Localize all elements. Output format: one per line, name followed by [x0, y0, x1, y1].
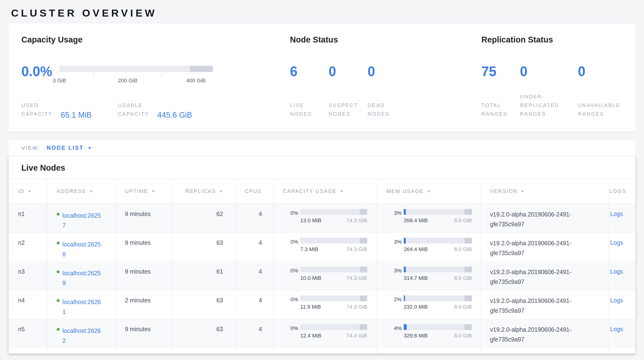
live-nodes-stat: 6 LIVE NODES — [290, 64, 328, 118]
memory-total-value: 8.0 GiB — [454, 332, 472, 339]
replication-status-section: Replication Status 75 TOTAL RANGES 0 UND… — [481, 35, 623, 132]
logs-link[interactable]: Logs — [610, 211, 623, 218]
usable-capacity-stat: USABLE CAPACITY 445.6 GiB — [118, 100, 192, 118]
node-replicas-cell: 63 — [172, 290, 235, 319]
gauge-tick-label: 0 GiB — [53, 77, 66, 84]
node-version-cell: v19.2.0-alpha.20190606-2491-gfe735c9a97 — [480, 233, 609, 261]
mem-bar-fill — [404, 324, 406, 330]
column-header-replicas[interactable]: REPLICAS▼ — [172, 179, 235, 204]
dead-nodes-label: DEAD NODES — [368, 101, 397, 119]
sort-desc-icon: ▼ — [340, 189, 345, 194]
sort-desc-icon: ▼ — [151, 189, 156, 194]
mem-usage-bar — [404, 238, 472, 244]
view-selector-bar: VIEW: NODE LIST ▼ — [8, 140, 636, 156]
node-version-cell: v19.2.0-alpha.20190606-2491-gfe735c9a97 — [480, 262, 609, 290]
memory-used-value: 232.0 MiB — [404, 303, 428, 310]
sort-desc-icon: ▼ — [89, 189, 94, 194]
node-memory-cell: 4% 329.6 MiB 8.0 GiB — [377, 319, 480, 347]
logs-link[interactable]: Logs — [610, 326, 623, 333]
column-header-version[interactable]: VERSION▼ — [480, 179, 609, 204]
suspect-nodes-count: 0 — [328, 64, 368, 100]
total-ranges-stat: 75 TOTAL RANGES — [481, 64, 520, 118]
column-header-uptime[interactable]: UPTIME▼ — [116, 179, 172, 204]
capacity-usage-section: Capacity Usage 0.0% 0 GiB 200 GiB 400 Gi… — [21, 35, 290, 132]
capacity-bar-end-segment — [360, 324, 367, 330]
memory-percent: 2% — [386, 295, 402, 303]
node-memory-cell: 3% 314.7 MiB 8.0 GiB — [377, 262, 480, 290]
capacity-usage-bar — [300, 209, 367, 215]
node-logs-cell: Logs — [609, 262, 636, 290]
view-dropdown[interactable]: NODE LIST ▼ — [47, 145, 92, 151]
logs-link[interactable]: Logs — [610, 240, 623, 247]
node-cpus-cell: 4 — [235, 233, 273, 261]
node-version-cell: v19.2.0-alpha.20190606-2491-gfe735c9a97 — [480, 319, 609, 347]
used-capacity-value: 65.1 MiB — [61, 111, 92, 120]
column-header-capacity-usage[interactable]: CAPACITY USAGE▼ — [274, 179, 377, 204]
memory-total-value: 8.0 GiB — [454, 274, 472, 281]
capacity-used-value: 12.4 MiB — [300, 332, 321, 339]
capacity-usage-bar — [300, 238, 367, 244]
live-status-dot — [57, 241, 60, 244]
sort-desc-icon: ▼ — [427, 189, 432, 194]
live-status-dot — [57, 328, 60, 331]
unavailable-ranges-count: 0 — [578, 64, 623, 100]
node-address-link[interactable]: localhost:26261 — [62, 297, 104, 317]
node-address-link[interactable]: localhost:26258 — [62, 240, 104, 259]
node-logs-cell: Logs — [609, 290, 636, 319]
live-nodes-count: 6 — [290, 64, 328, 100]
node-memory-cell: 3% 268.4 MiB 8.0 GiB — [377, 204, 480, 232]
capacity-percent: 0% — [283, 209, 298, 217]
caret-down-icon: ▼ — [87, 146, 93, 150]
memory-percent: 4% — [386, 324, 402, 332]
node-status-title: Node Status — [290, 35, 481, 44]
mem-bar-end-segment — [464, 267, 472, 272]
node-id-cell: n2 — [8, 233, 47, 261]
mem-usage-bar — [404, 295, 472, 301]
capacity-used-value: 7.3 MiB — [300, 246, 318, 253]
total-ranges-label: TOTAL RANGES — [481, 101, 510, 119]
memory-used-value: 268.4 MiB — [404, 217, 428, 224]
capacity-usage-bar — [300, 324, 367, 330]
suspect-nodes-label: SUSPECT NODES — [328, 101, 358, 119]
under-replicated-ranges-stat: 0 UNDER-REPLICATED RANGES — [520, 64, 578, 118]
capacity-bar-end-segment — [360, 238, 367, 244]
gauge-tick-label: 200 GiB — [118, 77, 138, 84]
capacity-total-value: 74.3 GiB — [346, 303, 367, 310]
capacity-gauge-reserved-segment — [190, 66, 213, 72]
live-nodes-panel: Live Nodes ID▼ ADDRESS▼ UPTIME▼ REPLICAS… — [8, 156, 636, 353]
logs-link[interactable]: Logs — [610, 268, 623, 275]
node-replicas-cell: 63 — [172, 233, 235, 261]
node-address-link[interactable]: localhost:26262 — [62, 326, 104, 345]
node-memory-cell: 3% 264.4 MiB 8.0 GiB — [377, 233, 480, 261]
logs-link[interactable]: Logs — [610, 297, 623, 304]
mem-bar-end-segment — [464, 238, 472, 244]
capacity-bar-end-segment — [360, 267, 367, 272]
partial-next-row — [8, 348, 636, 353]
node-row: n5 localhost:26262 9 minutes 63 4 0% — [8, 319, 636, 348]
node-uptime-cell: 2 minutes — [116, 290, 172, 319]
node-address-link[interactable]: localhost:26259 — [62, 268, 104, 288]
node-capacity-cell: 0% 7.3 MiB 74.3 GiB — [274, 233, 377, 261]
node-row: n2 localhost:26258 9 minutes 63 4 0% — [8, 233, 636, 262]
sort-desc-icon: ▼ — [27, 189, 32, 194]
node-address-cell: localhost:26262 — [47, 319, 116, 347]
node-replicas-cell: 61 — [172, 262, 235, 290]
mem-usage-bar — [404, 267, 472, 272]
column-header-address[interactable]: ADDRESS▼ — [47, 179, 116, 204]
column-header-mem-usage[interactable]: MEM USAGE▼ — [377, 179, 480, 204]
column-header-cpus[interactable]: CPUS — [235, 179, 273, 204]
node-row: n3 localhost:26259 9 minutes 61 4 0% — [8, 262, 636, 290]
node-address-cell: localhost:26257 — [47, 204, 116, 232]
memory-total-value: 8.0 GiB — [454, 246, 472, 253]
memory-percent: 3% — [386, 238, 402, 245]
capacity-used-value: 10.0 MiB — [300, 274, 321, 281]
node-address-link[interactable]: localhost:26257 — [62, 211, 104, 230]
node-cpus-cell: 4 — [235, 204, 273, 232]
memory-total-value: 8.0 GiB — [454, 303, 472, 310]
mem-usage-bar — [404, 209, 472, 215]
capacity-percent: 0% — [283, 295, 298, 303]
view-dropdown-value: NODE LIST — [47, 145, 84, 151]
capacity-bar-end-segment — [360, 209, 367, 215]
column-header-id[interactable]: ID▼ — [8, 179, 47, 204]
capacity-total-value: 74.3 GiB — [346, 217, 367, 224]
